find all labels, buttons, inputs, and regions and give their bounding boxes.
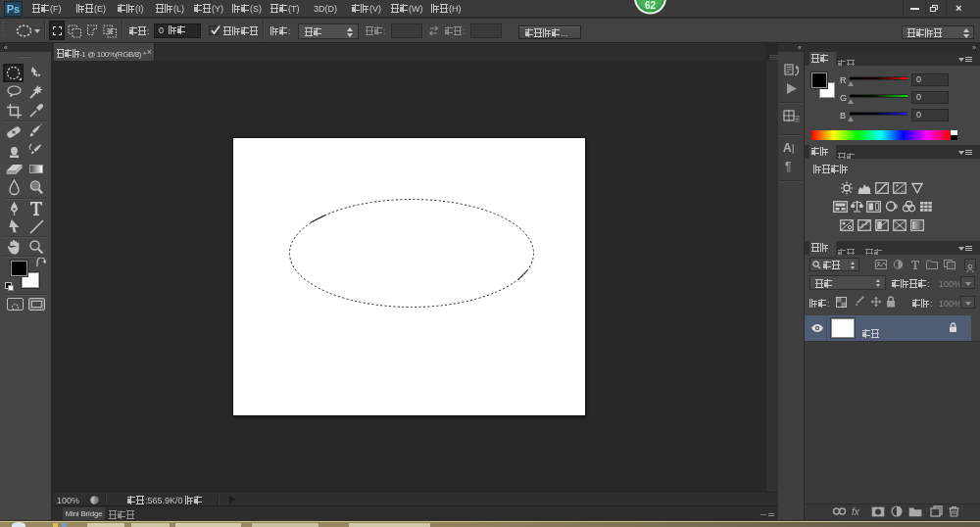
svg-text:62: 62 [645, 0, 657, 11]
svg-text:+: + [896, 182, 900, 189]
svg-text:–: – [902, 187, 906, 194]
